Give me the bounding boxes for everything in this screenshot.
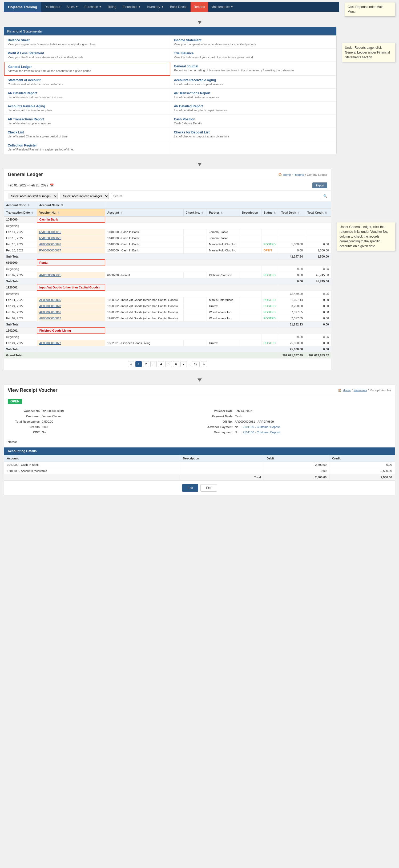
nav-bankrecon[interactable]: Bank Recon bbox=[167, 2, 191, 12]
fs-ap-detailed[interactable]: AP Detailed Report List of detailed supp… bbox=[170, 102, 337, 115]
col-partner[interactable]: Partner ⇅ bbox=[207, 209, 239, 216]
sort-icon-td: ⇅ bbox=[31, 212, 33, 214]
fs-balance-sheet[interactable]: Balance Sheet View your organization's a… bbox=[4, 36, 170, 49]
page-btn-17[interactable]: 17 bbox=[192, 361, 200, 367]
table-row: Feb 14, 2022 RV00000000019 1040000 - Cas… bbox=[4, 229, 331, 235]
arrow-3 bbox=[0, 376, 399, 384]
search-input[interactable] bbox=[111, 193, 321, 199]
voucher-link-ap25[interactable]: AP00000000025 bbox=[39, 298, 61, 302]
cwt-value: No bbox=[42, 431, 46, 434]
voucher-link-ap27b[interactable]: AP00000000027 bbox=[39, 341, 61, 345]
page-btn-7[interactable]: 7 bbox=[180, 361, 187, 367]
maintenance-caret: ▼ bbox=[231, 6, 233, 8]
fs-trial-balance[interactable]: Trial Balance View the balances of your … bbox=[170, 49, 337, 62]
nav-purchase[interactable]: Purchase ▼ bbox=[81, 2, 105, 12]
col-account[interactable]: Account ⇅ bbox=[105, 209, 183, 216]
purchase-caret: ▼ bbox=[99, 6, 101, 8]
financial-statements-section: Financial Statements Balance Sheet View … bbox=[4, 27, 337, 154]
page-btn-5[interactable]: 5 bbox=[165, 361, 172, 367]
account-end-select[interactable]: Select Account (end of range) bbox=[60, 193, 109, 199]
pagination: « 1 2 3 4 5 6 7 ... 17 » bbox=[4, 359, 331, 370]
page-btn-1[interactable]: 1 bbox=[135, 361, 142, 367]
sort-icon-td2: ⇅ bbox=[297, 212, 300, 214]
voucher-link-ap28[interactable]: AP00000000028 bbox=[39, 304, 61, 308]
fs-ar-transactions[interactable]: AR Transactions Report List of detailed … bbox=[170, 89, 337, 102]
col-status[interactable]: Status ⇅ bbox=[261, 209, 279, 216]
table-row: Feb 24, 2022 AP00000000027 1302001 - Fin… bbox=[4, 340, 331, 346]
acc-col-desc: Description bbox=[180, 455, 264, 462]
voucher-link-ar26[interactable]: AR00000000026 bbox=[39, 274, 61, 277]
field-row-2: Customer Jemma Clarke Payment Mode Cash bbox=[8, 415, 391, 418]
voucher-date-value: Feb 14, 2022 bbox=[235, 409, 252, 412]
account-start-select[interactable]: Select Account (start of range) bbox=[8, 193, 58, 199]
exit-button[interactable]: Exit bbox=[200, 484, 217, 492]
fs-ar-detailed[interactable]: AR Detailed Report List of detailed cust… bbox=[4, 89, 170, 102]
search-icon[interactable]: 🔍 bbox=[323, 194, 327, 198]
voucher-link-rv19[interactable]: RV00000000019 bbox=[39, 230, 61, 234]
voucher-no-value: RV00000000019 bbox=[42, 409, 64, 412]
voucher-bc-home[interactable]: Home bbox=[343, 389, 350, 392]
gl-page-title: General Ledger bbox=[8, 172, 43, 177]
brand-logo: Oojeema Training bbox=[4, 2, 41, 12]
voucher-bc-financials[interactable]: Financials bbox=[354, 389, 367, 392]
fs-cash-position[interactable]: Cash Position Cash Balance Details bbox=[170, 115, 337, 128]
voucher-link-ap17[interactable]: AP00000000017 bbox=[39, 317, 61, 320]
col-total-credit[interactable]: Total Credit ⇅ bbox=[305, 209, 331, 216]
breadcrumb-home[interactable]: Home bbox=[283, 173, 291, 176]
col-transaction-date[interactable]: Transaction Date ⇅ bbox=[4, 209, 37, 216]
beginning-6600200: Beginning 0.00 0.00 bbox=[4, 266, 331, 272]
nav-financials[interactable]: Financials ▼ bbox=[119, 2, 144, 12]
edit-button[interactable]: Edit bbox=[182, 484, 198, 492]
voucher-link-rv20[interactable]: RV00000000020 bbox=[39, 237, 61, 240]
fs-ap-transactions[interactable]: AP Transactions Report List of detailed … bbox=[4, 115, 170, 128]
nav-billing[interactable]: Billing bbox=[105, 2, 119, 12]
fs-general-journal[interactable]: General Journal Report for the recording… bbox=[170, 62, 337, 75]
nav-maintenance[interactable]: Maintenance ▼ bbox=[208, 2, 236, 12]
prev-page-btn[interactable]: « bbox=[128, 361, 134, 367]
voucher-page-title: View Receipt Voucher bbox=[8, 388, 57, 393]
sales-caret: ▼ bbox=[76, 6, 78, 8]
export-button[interactable]: Export bbox=[312, 182, 327, 188]
voucher-link-ap26[interactable]: AP00000000026 bbox=[39, 243, 61, 246]
col-account-name[interactable]: Account Name ⇅ bbox=[37, 202, 105, 209]
col-check-no[interactable]: Check No. ⇅ bbox=[183, 209, 207, 216]
calendar-icon[interactable]: 📅 bbox=[50, 184, 54, 187]
nav-sales[interactable]: Sales ▼ bbox=[63, 2, 81, 12]
page-btn-2[interactable]: 2 bbox=[143, 361, 149, 367]
fs-ar-aging[interactable]: Accounts Receivable Aging List of custom… bbox=[170, 75, 337, 89]
account-group-1302001: 1302001 Finished Goods Living bbox=[4, 327, 331, 334]
page-btn-3[interactable]: 3 bbox=[150, 361, 157, 367]
fs-ap-aging[interactable]: Accounts Payable Aging List of unpaid in… bbox=[4, 102, 170, 115]
total-receivables-label: Total Receivables bbox=[8, 420, 40, 423]
next-page-btn[interactable]: » bbox=[201, 361, 207, 367]
sort-icon-name: ⇅ bbox=[61, 204, 63, 207]
page-btn-4[interactable]: 4 bbox=[158, 361, 164, 367]
col-voucher-no[interactable]: Voucher No. ⇅ bbox=[37, 209, 105, 216]
customer-group: Customer Jemma Clarke bbox=[8, 415, 199, 418]
nav-inventory[interactable]: Inventory ▼ bbox=[144, 2, 167, 12]
fs-income-statement[interactable]: Income Statement View your comparative i… bbox=[170, 36, 337, 49]
breadcrumb-reports[interactable]: Reports bbox=[294, 173, 304, 176]
page-btn-6[interactable]: 6 bbox=[173, 361, 179, 367]
voucher-date-label: Voucher Date bbox=[201, 409, 233, 412]
fs-profit-loss[interactable]: Profit & Loss Statement View your Profit… bbox=[4, 49, 170, 62]
voucher-bc-rv: Receipt Voucher bbox=[370, 389, 391, 392]
nav-dashboard[interactable]: Dashboard bbox=[41, 2, 63, 12]
table-row: Feb 24, 2022 AP00000000028 1920002 - Inp… bbox=[4, 303, 331, 309]
voucher-link-pv27[interactable]: PV00000000027 bbox=[39, 249, 61, 252]
beginning-1920002: Beginning 12,439.29 0.00 bbox=[4, 290, 331, 297]
voucher-link-ap16[interactable]: AP00000000016 bbox=[39, 311, 61, 314]
fs-statement-of-account[interactable]: Statement of Account Create individual s… bbox=[4, 75, 170, 89]
col-account-code[interactable]: Account Code ⇅ bbox=[4, 202, 37, 209]
payment-mode-value: Cash bbox=[235, 415, 242, 418]
acc-col-credit: Credit bbox=[330, 455, 395, 462]
table-row: Feb 07, 2022 AR00000000026 6600200 - Ren… bbox=[4, 272, 331, 278]
col-total-debit[interactable]: Total Debit ⇅ bbox=[279, 209, 305, 216]
fs-collection-register[interactable]: Collection Register List of Received Pay… bbox=[4, 141, 170, 154]
col-description: Description bbox=[239, 209, 261, 216]
fs-general-ledger[interactable]: General Ledger View all the transactions… bbox=[4, 62, 170, 75]
nav-reports[interactable]: Reports bbox=[191, 2, 208, 12]
acc-col-account: Account bbox=[4, 455, 180, 462]
fs-checks-deposit[interactable]: Checks for Deposit List List of checks f… bbox=[170, 128, 337, 141]
fs-check-list[interactable]: Check List List of Issued Checks in a gi… bbox=[4, 128, 170, 141]
